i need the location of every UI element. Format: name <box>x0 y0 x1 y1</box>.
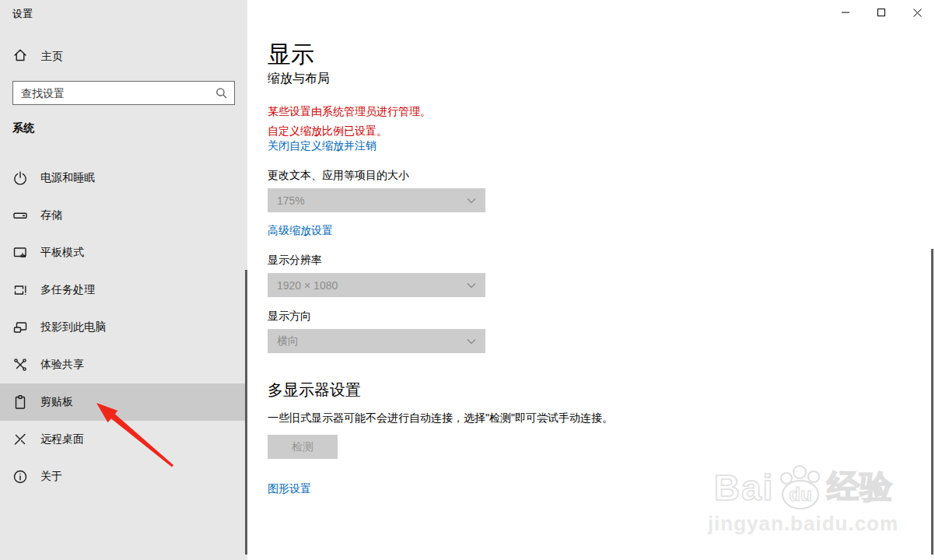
multi-display-description: 一些旧式显示器可能不会进行自动连接，选择"检测"即可尝试手动连接。 <box>268 411 613 425</box>
sidebar-item-label: 关于 <box>40 470 62 484</box>
window-title: 设置 <box>12 7 33 21</box>
minimize-icon <box>841 8 850 17</box>
advanced-scaling-link[interactable]: 高级缩放设置 <box>268 224 333 238</box>
sidebar-item-shared-experiences[interactable]: 体验共享 <box>0 346 247 383</box>
storage-icon <box>12 208 28 223</box>
content-scrollbar[interactable] <box>931 249 933 555</box>
graphics-settings-link[interactable]: 图形设置 <box>268 482 311 496</box>
project-icon <box>12 320 28 335</box>
scale-dropdown-value: 175% <box>277 194 305 207</box>
sidebar-item-power-sleep[interactable]: 电源和睡眠 <box>0 159 247 197</box>
resolution-dropdown[interactable]: 1920 × 1080 <box>268 273 485 297</box>
about-icon <box>12 469 28 485</box>
multitasking-icon <box>12 282 28 298</box>
sidebar-item-clipboard[interactable]: 剪贴板 <box>0 383 247 421</box>
sidebar-item-home[interactable]: 主页 <box>0 47 247 67</box>
sidebar-item-tablet-mode[interactable]: 平板模式 <box>0 234 247 271</box>
sidebar-item-label: 剪贴板 <box>40 395 73 409</box>
tablet-mode-icon <box>12 245 28 261</box>
orientation-dropdown[interactable]: 横向 <box>268 329 485 353</box>
maximize-button[interactable] <box>863 0 899 25</box>
sidebar-item-label: 电源和睡眠 <box>40 171 95 185</box>
settings-search-box <box>12 81 235 105</box>
multi-display-heading: 多显示器设置 <box>268 380 361 401</box>
sidebar-item-remote-desktop[interactable]: 远程桌面 <box>0 421 247 458</box>
power-icon <box>12 170 28 186</box>
chevron-down-icon <box>467 198 476 204</box>
maximize-icon <box>877 8 886 17</box>
sidebar: 设置 主页 系统 电源和睡眠 存储 平板模 <box>0 0 247 560</box>
sidebar-item-storage[interactable]: 存储 <box>0 197 247 234</box>
sidebar-item-label: 远程桌面 <box>40 432 84 446</box>
orientation-dropdown-value: 横向 <box>277 334 299 348</box>
page-title: 显示 <box>268 39 314 71</box>
sidebar-item-label: 投影到此电脑 <box>40 320 106 334</box>
close-button[interactable] <box>899 0 935 25</box>
sidebar-item-label: 多任务处理 <box>40 283 95 297</box>
orientation-label: 显示方向 <box>268 310 311 324</box>
sidebar-item-label: 体验共享 <box>40 358 84 372</box>
home-icon <box>12 47 28 66</box>
admin-managed-notice: 某些设置由系统管理员进行管理。 <box>268 105 431 119</box>
sidebar-item-multitasking[interactable]: 多任务处理 <box>0 271 247 309</box>
resolution-label: 显示分辨率 <box>268 254 322 268</box>
shared-experiences-icon <box>12 357 28 373</box>
scale-dropdown[interactable]: 175% <box>268 188 485 212</box>
sidebar-item-label: 存储 <box>40 208 62 222</box>
turn-off-custom-scaling-link[interactable]: 关闭自定义缩放并注销 <box>268 139 376 153</box>
minimize-button[interactable] <box>828 0 863 25</box>
sidebar-nav: 电源和睡眠 存储 平板模式 多任务处理 投影到此电脑 <box>0 159 247 495</box>
chevron-down-icon <box>467 338 476 345</box>
close-icon <box>912 8 923 18</box>
chevron-down-icon <box>467 282 476 289</box>
sidebar-item-label: 平板模式 <box>40 246 84 260</box>
sidebar-item-label: 主页 <box>41 50 63 64</box>
search-input[interactable] <box>21 87 215 100</box>
size-label: 更改文本、应用等项目的大小 <box>268 169 409 183</box>
main-content: 显示 缩放与布局 某些设置由系统管理员进行管理。 自定义缩放比例已设置。 关闭自… <box>247 0 935 560</box>
resolution-dropdown-value: 1920 × 1080 <box>277 279 338 292</box>
sidebar-item-projecting[interactable]: 投影到此电脑 <box>0 309 247 346</box>
remote-desktop-icon <box>12 432 28 447</box>
clipboard-icon <box>12 394 28 410</box>
sidebar-item-about[interactable]: 关于 <box>0 458 247 495</box>
sidebar-section-system: 系统 <box>12 121 34 135</box>
custom-scale-notice: 自定义缩放比例已设置。 <box>268 124 387 138</box>
search-icon <box>215 87 228 100</box>
detect-button[interactable]: 检测 <box>268 435 338 459</box>
scale-layout-heading: 缩放与布局 <box>268 71 330 87</box>
